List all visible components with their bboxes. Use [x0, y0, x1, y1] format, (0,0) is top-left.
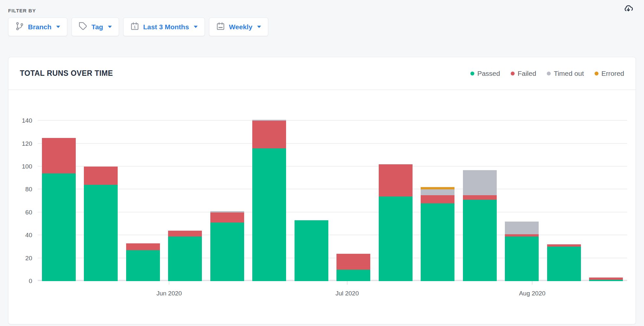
bar-slot	[543, 109, 585, 281]
bar-segment-passed[interactable]	[126, 250, 160, 281]
bar-segment-failed[interactable]	[168, 231, 202, 237]
chevron-down-icon	[257, 26, 261, 28]
filter-bar: FILTER BY Branch	[0, 0, 644, 36]
bar-slot	[164, 109, 206, 281]
bar-segment-timed-out[interactable]	[421, 189, 454, 195]
download-button[interactable]	[623, 3, 634, 14]
failed-dot-icon	[511, 72, 515, 75]
y-axis-tick-label: 140	[22, 117, 32, 124]
y-axis-tick-label: 20	[25, 255, 32, 262]
interval-filter-label: Weekly	[229, 23, 252, 31]
bar-segment-failed[interactable]	[379, 164, 413, 197]
bars-row	[38, 109, 627, 281]
bar-slot	[417, 109, 459, 281]
legend-item-failed[interactable]: Failed	[511, 70, 536, 77]
bar-segment-passed[interactable]	[421, 203, 454, 281]
x-axis-tick	[347, 281, 348, 285]
legend-item-timed-out[interactable]: Timed out	[547, 70, 584, 77]
calendar-week-icon	[216, 22, 225, 32]
tag-filter-button[interactable]: Tag	[72, 18, 119, 36]
bar-segment-failed[interactable]	[505, 234, 539, 237]
chevron-down-icon	[194, 26, 198, 28]
y-axis-tick-label: 0	[29, 278, 32, 285]
filter-by-label: FILTER BY	[8, 8, 636, 13]
stacked-bar[interactable]	[336, 254, 370, 281]
bar-segment-failed[interactable]	[589, 278, 623, 280]
bar-segment-passed[interactable]	[505, 237, 539, 281]
errored-dot-icon	[595, 72, 598, 75]
bar-slot	[80, 109, 122, 281]
bar-segment-failed[interactable]	[42, 138, 76, 173]
legend-item-errored[interactable]: Errored	[595, 70, 624, 77]
bar-slot	[206, 109, 248, 281]
bar-segment-passed[interactable]	[42, 173, 76, 281]
bar-segment-failed[interactable]	[421, 195, 454, 203]
stacked-bar[interactable]	[505, 222, 539, 281]
bar-segment-passed[interactable]	[547, 247, 581, 281]
bar-segment-failed[interactable]	[84, 167, 118, 185]
bar-segment-passed[interactable]	[589, 280, 623, 281]
y-axis-tick-label: 60	[25, 209, 32, 216]
bar-segment-failed[interactable]	[547, 244, 581, 247]
date-range-filter-label: Last 3 Months	[143, 23, 189, 31]
bar-slot	[333, 109, 375, 281]
bar-slot	[248, 109, 291, 281]
bar-segment-passed[interactable]	[210, 223, 244, 281]
bar-segment-passed[interactable]	[252, 148, 286, 281]
stacked-bar[interactable]	[252, 120, 286, 281]
bar-segment-passed[interactable]	[379, 197, 413, 281]
passed-dot-icon	[470, 72, 474, 75]
stacked-bar[interactable]	[42, 138, 76, 281]
date-range-filter-button[interactable]: 1 Last 3 Months	[123, 18, 205, 36]
stacked-bar[interactable]	[168, 231, 202, 281]
bar-slot	[375, 109, 417, 281]
branch-filter-button[interactable]: Branch	[8, 18, 67, 36]
chevron-down-icon	[56, 26, 60, 28]
y-axis-tick-label: 40	[25, 232, 32, 239]
bar-slot	[38, 109, 80, 281]
calendar-date-icon: 1	[130, 22, 139, 32]
chart-legend: Passed Failed Timed out Errored	[470, 70, 624, 77]
total-runs-card: TOTAL RUNS OVER TIME Passed Failed Timed…	[8, 57, 636, 324]
branch-filter-label: Branch	[28, 23, 51, 31]
legend-item-passed[interactable]: Passed	[470, 70, 500, 77]
stacked-bar[interactable]	[589, 278, 623, 281]
stacked-bar[interactable]	[210, 211, 244, 281]
legend-label: Failed	[518, 70, 536, 77]
bar-segment-failed[interactable]	[252, 121, 286, 148]
stacked-bar[interactable]	[295, 220, 328, 281]
bar-segment-errored[interactable]	[421, 187, 454, 189]
bar-segment-timed-out[interactable]	[463, 170, 497, 195]
bar-segment-failed[interactable]	[463, 195, 497, 200]
interval-filter-button[interactable]: Weekly	[209, 18, 268, 36]
bar-slot	[122, 109, 164, 281]
bar-segment-passed[interactable]	[463, 200, 497, 281]
stacked-bar[interactable]	[463, 170, 497, 281]
bar-segment-passed[interactable]	[84, 185, 118, 281]
tag-filter-label: Tag	[91, 23, 103, 31]
y-axis-tick-label: 80	[25, 186, 32, 193]
tag-icon	[79, 22, 87, 32]
card-header: TOTAL RUNS OVER TIME Passed Failed Timed…	[8, 57, 636, 90]
bar-segment-passed[interactable]	[168, 237, 202, 281]
stacked-bar[interactable]	[84, 167, 118, 281]
card-title: TOTAL RUNS OVER TIME	[20, 69, 113, 78]
plot-area: 020406080100120140Jun 2020Jul 2020Aug 20…	[38, 109, 627, 281]
stacked-bar[interactable]	[126, 243, 160, 281]
stacked-bar[interactable]	[421, 187, 454, 281]
bar-slot	[459, 109, 501, 281]
legend-label: Timed out	[554, 70, 584, 77]
bar-segment-failed[interactable]	[210, 212, 244, 223]
stacked-bar[interactable]	[379, 164, 413, 281]
y-axis-tick-label: 100	[22, 163, 32, 170]
legend-label: Errored	[601, 70, 624, 77]
stacked-bar[interactable]	[547, 244, 581, 281]
bar-segment-failed[interactable]	[336, 254, 370, 270]
bar-segment-passed[interactable]	[336, 270, 370, 281]
bar-segment-failed[interactable]	[126, 243, 160, 250]
svg-text:1: 1	[134, 25, 136, 29]
bar-segment-timed-out[interactable]	[505, 222, 539, 234]
x-axis-tick	[169, 281, 169, 285]
bar-segment-passed[interactable]	[295, 220, 328, 281]
bar-slot	[501, 109, 543, 281]
